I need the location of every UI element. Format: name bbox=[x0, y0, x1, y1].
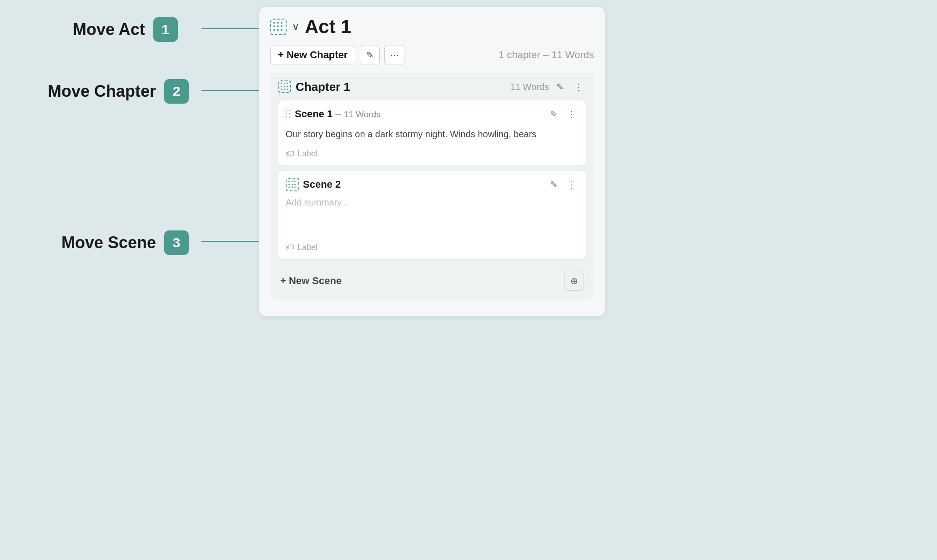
scene-1-content: Our story begins on a dark stormy night.… bbox=[286, 127, 579, 141]
edit-scene-2-icon: ✎ bbox=[550, 180, 558, 190]
folder-icon: ⊕ bbox=[570, 275, 578, 286]
scene-1-header: Scene 1 – 11 Words ✎ ⋮ bbox=[286, 107, 579, 121]
scene-2-placeholder: Add summary... bbox=[286, 197, 579, 208]
main-area: Move Act 1 Move Chapter 2 Move Scene 3 ∨ bbox=[0, 0, 937, 560]
scene-2-label: 🏷 Label bbox=[286, 242, 579, 253]
badge-1: 1 bbox=[153, 17, 178, 42]
chapter-drag-handle[interactable] bbox=[278, 80, 291, 93]
chapter-1-stats: 11 Words bbox=[510, 82, 549, 92]
more-chapter-button[interactable]: ⋮ bbox=[571, 80, 586, 94]
new-scene-button[interactable]: + New Scene bbox=[280, 275, 342, 287]
label-tag-icon: 🏷 bbox=[286, 149, 295, 159]
badge-3: 3 bbox=[164, 230, 189, 255]
move-scene-label: Move Scene 3 bbox=[61, 230, 189, 255]
badge-2: 2 bbox=[164, 79, 189, 104]
more-scene-2-icon: ⋮ bbox=[567, 180, 576, 190]
more-chapter-icon: ⋮ bbox=[574, 82, 583, 92]
move-chapter-label: Move Chapter 2 bbox=[48, 79, 189, 104]
label-tag-icon-2: 🏷 bbox=[286, 242, 295, 253]
edit-icon: ✎ bbox=[366, 50, 374, 60]
scene-1-card: Scene 1 – 11 Words ✎ ⋮ Our story begins … bbox=[278, 100, 586, 165]
scene-1-title: Scene 1 – 11 Words bbox=[295, 108, 544, 120]
scene-2-title: Scene 2 bbox=[303, 179, 544, 190]
move-act-label: Move Act 1 bbox=[73, 17, 178, 42]
edit-act-button[interactable]: ✎ bbox=[360, 45, 380, 65]
scene-1-label: 🏷 Label bbox=[286, 149, 579, 159]
scene-1-drag-handle[interactable] bbox=[286, 110, 291, 119]
edit-chapter-icon: ✎ bbox=[556, 82, 564, 92]
more-scene-1-button[interactable]: ⋮ bbox=[564, 107, 579, 121]
edit-chapter-button[interactable]: ✎ bbox=[554, 80, 567, 94]
chapter-1-header: Chapter 1 11 Words ✎ ⋮ bbox=[278, 80, 586, 94]
scene-2-header: Scene 2 ✎ ⋮ bbox=[286, 177, 579, 192]
edit-scene-1-button[interactable]: ✎ bbox=[547, 107, 560, 121]
act-card: ∨ Act 1 + New Chapter ✎ ⋯ 1 chapter – 11… bbox=[259, 7, 605, 316]
act-chevron[interactable]: ∨ bbox=[292, 21, 299, 33]
act-toolbar: + New Chapter ✎ ⋯ 1 chapter – 11 Words bbox=[270, 45, 594, 65]
act-drag-handle[interactable] bbox=[270, 19, 287, 35]
act-header: ∨ Act 1 bbox=[270, 16, 594, 38]
more-scene-2-button[interactable]: ⋮ bbox=[564, 177, 579, 192]
chapter-1: Chapter 1 11 Words ✎ ⋮ bbox=[270, 73, 594, 299]
act-stats: 1 chapter – 11 Words bbox=[499, 49, 594, 61]
more-scene-1-icon: ⋮ bbox=[567, 109, 576, 119]
more-act-button[interactable]: ⋯ bbox=[384, 45, 404, 65]
edit-scene-1-icon: ✎ bbox=[550, 109, 558, 119]
more-icon: ⋯ bbox=[390, 50, 399, 60]
chapter-1-title: Chapter 1 bbox=[296, 80, 506, 94]
scene-2-drag-handle[interactable] bbox=[286, 178, 299, 191]
edit-scene-2-button[interactable]: ✎ bbox=[547, 177, 560, 192]
add-to-folder-button[interactable]: ⊕ bbox=[564, 271, 584, 291]
new-chapter-button[interactable]: + New Chapter bbox=[270, 45, 355, 65]
scene-2-card: Scene 2 ✎ ⋮ Add summary... 🏷 Label bbox=[278, 171, 586, 259]
new-scene-footer: + New Scene ⊕ bbox=[278, 265, 586, 293]
act-title: Act 1 bbox=[305, 16, 594, 38]
